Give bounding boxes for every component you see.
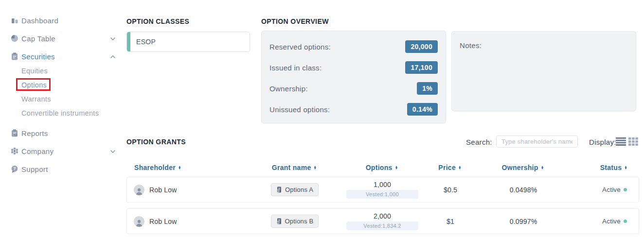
sidebar-item-support[interactable]: ? Support <box>0 164 122 174</box>
sidebar-item-label: Cap Table <box>21 34 55 43</box>
grant-name-chip[interactable]: Options B <box>271 215 319 228</box>
grid-view-icon[interactable] <box>628 137 638 148</box>
price-cell: $0.5 <box>414 186 487 194</box>
grant-name-cell: Options A <box>239 183 351 196</box>
table-row[interactable]: Rob Low Options A 1,000 Vested:1,000 $0.… <box>126 177 639 203</box>
chevron-down-icon <box>110 148 116 156</box>
sidebar-item-equities[interactable]: Equities <box>0 66 122 76</box>
ownership-cell: 0.0498% <box>487 186 560 194</box>
display-label: Display: <box>589 138 616 146</box>
vested-badge: Vested:1,834.2 <box>346 221 418 230</box>
company-icon <box>10 147 19 155</box>
column-header-status[interactable]: Status ▲▼ <box>559 164 639 171</box>
search-input[interactable] <box>496 135 578 148</box>
sort-icon: ▲▼ <box>178 166 181 169</box>
price-cell: $1 <box>414 218 487 225</box>
overview-label: Reserved options: <box>269 43 331 51</box>
sort-icon: ▲▼ <box>395 166 398 169</box>
sidebar-item-label: Warrants <box>21 95 51 103</box>
grant-name-cell: Options B <box>239 215 351 228</box>
class-name: ESOP <box>136 38 156 46</box>
option-grants-heading: OPTION GRANTS <box>126 138 186 146</box>
options-cell: 2,000 Vested:1,834.2 <box>351 212 414 230</box>
overview-row: Issued in class: 17,100 <box>269 60 438 75</box>
options-count: 2,000 <box>374 212 391 220</box>
status-dot <box>624 220 627 223</box>
option-overview-panel: Reserved options: 20,000 Issued in class… <box>261 31 446 123</box>
sidebar-item-label: Convertible instruments <box>21 109 99 117</box>
chevron-up-icon <box>110 53 116 62</box>
svg-text:?: ? <box>13 166 16 171</box>
column-header-options[interactable]: Options ▲▼ <box>350 164 413 171</box>
sort-icon: ▲▼ <box>624 166 627 169</box>
notes-panel: Notes: <box>451 31 636 111</box>
column-header-shareholder[interactable]: Shareholder ▲▼ <box>126 164 238 171</box>
sort-icon: ▲▼ <box>541 166 544 169</box>
pie-chart-icon <box>10 34 19 43</box>
sort-icon: ▲▼ <box>458 166 462 169</box>
sidebar-item-label: Dashboard <box>21 17 58 25</box>
overview-value-badge: 20,000 <box>405 40 438 53</box>
options-count: 1,000 <box>374 181 391 188</box>
sort-icon: ▲▼ <box>314 166 317 169</box>
overview-value-badge: 1% <box>417 82 438 95</box>
options-page: Dashboard Cap Table Securities Equities <box>0 0 644 237</box>
sidebar-item-label: Securities <box>21 52 55 61</box>
overview-label: Issued in class: <box>269 64 322 72</box>
vested-badge: Vested:1,000 <box>346 190 418 199</box>
sidebar-item-convertible-instruments[interactable]: Convertible instruments <box>0 108 122 118</box>
status-dot <box>624 188 627 191</box>
annotation-red-box <box>16 78 51 91</box>
clipboard-icon <box>10 52 19 61</box>
shareholder-cell: Rob Low <box>127 216 239 227</box>
chevron-down-icon <box>110 35 116 44</box>
sidebar-item-cap-table[interactable]: Cap Table <box>0 33 122 44</box>
bar-chart-icon <box>10 16 19 25</box>
overview-row: Ownership: 1% <box>269 81 438 96</box>
status-cell: Active <box>560 218 639 225</box>
overview-row: Unissued options: 0.14% <box>269 102 438 117</box>
shareholder-cell: Rob Low <box>127 185 239 195</box>
sidebar-item-company[interactable]: Company <box>0 146 122 156</box>
column-header-grant-name[interactable]: Grant name ▲▼ <box>238 164 350 171</box>
option-class-item-esop[interactable]: ESOP <box>126 32 250 52</box>
sidebar-item-dashboard[interactable]: Dashboard <box>0 15 122 26</box>
document-icon <box>276 218 282 224</box>
status-text: Active <box>602 218 621 225</box>
search-label: Search: <box>466 138 492 146</box>
notes-label: Notes: <box>460 41 482 50</box>
overview-label: Unissued options: <box>269 105 330 114</box>
column-header-ownership[interactable]: Ownership ▲▼ <box>486 164 559 171</box>
options-cell: 1,000 Vested:1,000 <box>351 181 414 199</box>
avatar <box>134 185 144 195</box>
sidebar-item-label: Support <box>21 165 48 173</box>
grant-name-chip[interactable]: Options A <box>271 183 319 196</box>
avatar <box>134 216 144 227</box>
sidebar-item-label: Reports <box>21 129 48 137</box>
option-overview-heading: OPTION OVERVIEW <box>261 17 329 25</box>
grants-table-header: Shareholder ▲▼ Grant name ▲▼ Options ▲▼ … <box>126 161 639 174</box>
overview-label: Ownership: <box>269 85 308 93</box>
status-text: Active <box>602 186 621 193</box>
status-cell: Active <box>560 186 639 193</box>
class-color-stripe <box>127 32 130 51</box>
ownership-cell: 0.0997% <box>487 218 560 225</box>
option-classes-heading: OPTION CLASSES <box>126 17 189 25</box>
overview-row: Reserved options: 20,000 <box>269 39 438 54</box>
sidebar-item-label: Equities <box>21 67 48 75</box>
support-icon: ? <box>10 165 19 173</box>
list-view-icon[interactable] <box>616 137 626 148</box>
shareholder-name: Rob Low <box>149 218 177 225</box>
sidebar-item-warrants[interactable]: Warrants <box>0 94 122 104</box>
shareholder-name: Rob Low <box>149 186 177 194</box>
overview-value-badge: 0.14% <box>407 103 438 116</box>
report-icon <box>10 129 19 137</box>
overview-value-badge: 17,100 <box>405 61 438 74</box>
sidebar-item-reports[interactable]: Reports <box>0 128 122 138</box>
sidebar-item-label: Company <box>21 147 54 155</box>
document-icon <box>276 186 282 193</box>
column-header-price[interactable]: Price ▲▼ <box>413 164 486 171</box>
sidebar-item-securities[interactable]: Securities <box>0 51 122 62</box>
table-row[interactable]: Rob Low Options B 2,000 Vested:1,834.2 $… <box>126 208 639 234</box>
